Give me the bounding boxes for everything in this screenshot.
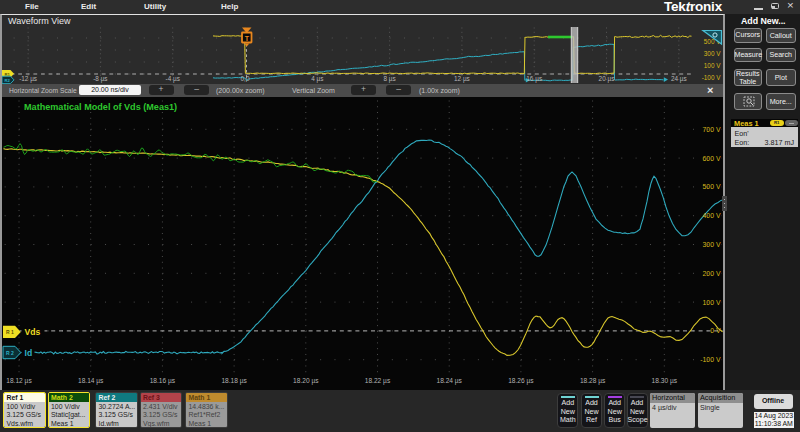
svg-text:12 µs: 12 µs bbox=[454, 75, 470, 83]
svg-text:18.16 µs: 18.16 µs bbox=[150, 377, 176, 385]
svg-text:R2: R2 bbox=[5, 78, 11, 83]
svg-text:4 µs: 4 µs bbox=[311, 75, 323, 83]
svg-text:0,0: 0,0 bbox=[241, 75, 250, 82]
svg-text:18.28 µs: 18.28 µs bbox=[580, 377, 606, 385]
svg-text:-100 V: -100 V bbox=[700, 356, 721, 363]
svg-text:-12 µs: -12 µs bbox=[19, 75, 37, 83]
svg-text:8 µs: 8 µs bbox=[383, 75, 395, 83]
svg-text:18.14 µs: 18.14 µs bbox=[78, 377, 104, 385]
svg-text:500 V: 500 V bbox=[702, 183, 720, 190]
svg-text:Id: Id bbox=[25, 347, 33, 357]
svg-text:R 1: R 1 bbox=[6, 329, 14, 335]
svg-text:16 µs: 16 µs bbox=[526, 75, 542, 83]
svg-text:300 V: 300 V bbox=[702, 240, 720, 247]
svg-text:700 V: 700 V bbox=[702, 125, 720, 132]
svg-text:600 V: 600 V bbox=[702, 154, 720, 161]
svg-text:100 V: 100 V bbox=[702, 298, 720, 305]
svg-text:R 2: R 2 bbox=[6, 349, 14, 355]
svg-text:18.30 µs: 18.30 µs bbox=[652, 377, 678, 385]
svg-text:18.20 µs: 18.20 µs bbox=[293, 377, 319, 385]
svg-text:200 V: 200 V bbox=[702, 269, 720, 276]
svg-text:18.12 µs: 18.12 µs bbox=[6, 377, 32, 385]
svg-text:24 µs: 24 µs bbox=[671, 75, 687, 83]
svg-text:100 V: 100 V bbox=[704, 62, 721, 69]
svg-text:300 V: 300 V bbox=[704, 50, 721, 57]
svg-text:-4 µs: -4 µs bbox=[166, 75, 180, 83]
svg-text:-100 V: -100 V bbox=[702, 74, 722, 81]
svg-text:-8 µs: -8 µs bbox=[93, 75, 107, 83]
svg-text:T: T bbox=[245, 35, 250, 42]
svg-text:Mathematical Model of Vds (Mea: Mathematical Model of Vds (Meas1) bbox=[24, 102, 177, 112]
svg-text:400 V: 400 V bbox=[702, 212, 720, 219]
svg-text:18.22 µs: 18.22 µs bbox=[365, 377, 391, 385]
svg-text:20 µs: 20 µs bbox=[599, 75, 615, 83]
svg-text:18.24 µs: 18.24 µs bbox=[436, 377, 462, 385]
svg-text:0 V: 0 V bbox=[710, 327, 721, 334]
svg-text:18.26 µs: 18.26 µs bbox=[508, 377, 534, 385]
svg-text:18.18 µs: 18.18 µs bbox=[221, 377, 247, 385]
svg-text:Vds: Vds bbox=[25, 327, 41, 337]
